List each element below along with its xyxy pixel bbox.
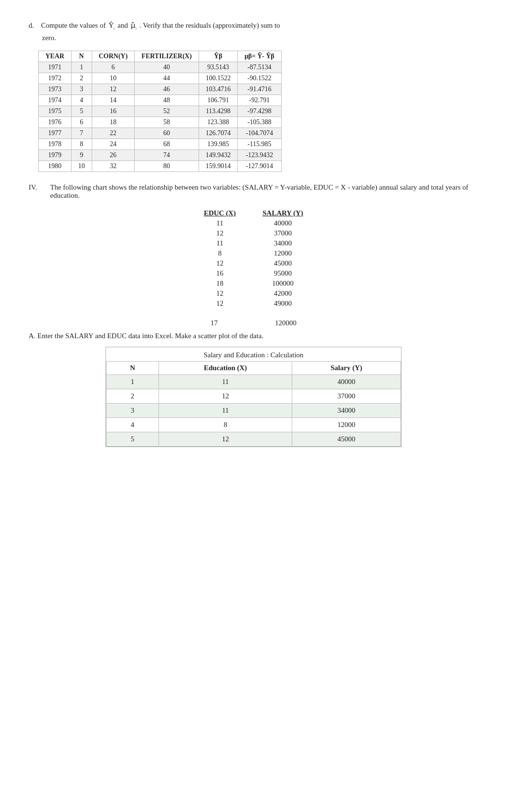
table-cell: 1975: [39, 106, 72, 117]
table-cell: 3: [106, 404, 159, 418]
table-cell: 12: [159, 389, 292, 404]
table-cell: 113.4298: [199, 106, 238, 117]
table-cell: 12: [190, 299, 249, 309]
table-cell: 1: [71, 62, 92, 73]
table-cell: 11: [159, 375, 292, 389]
and-text: and: [117, 21, 128, 30]
section-d-verify-text: . Verify that the residuals (approximate…: [139, 21, 280, 30]
table-cell: 106.791: [199, 95, 238, 106]
table-cell: -87.5134: [238, 62, 282, 73]
table-cell: 9: [71, 150, 92, 161]
table-cell: 6: [92, 62, 135, 73]
section-a-prefix: Enter the: [37, 332, 65, 340]
table-cell: 48: [135, 95, 199, 106]
section-a: A. Enter the SALARY and EDUC data into E…: [29, 332, 478, 340]
section-iv-num: IV.: [29, 183, 45, 200]
table-cell: 8: [159, 418, 292, 432]
table-cell: 123.388: [199, 117, 238, 128]
table-cell: 10: [71, 161, 92, 172]
table-cell: 5: [106, 432, 159, 447]
table-cell: 6: [71, 117, 92, 128]
table-cell: 45000: [292, 432, 401, 447]
salary-col-header: SALARY (Y): [249, 208, 317, 218]
section-d: d. Compute the values of Ŷᵢ and μ̂ᵢ . Ve…: [29, 19, 478, 42]
table-cell: 126.7074: [199, 128, 238, 139]
table-cell: 12: [190, 228, 249, 238]
table-cell: 58: [135, 117, 199, 128]
table-cell: 1980: [39, 161, 72, 172]
table-cell: 52: [135, 106, 199, 117]
table-cell: 159.9014: [199, 161, 238, 172]
table-cell: 1976: [39, 117, 72, 128]
extra-col1: 17: [211, 319, 218, 327]
table-cell: 49000: [249, 299, 317, 309]
table-cell: 74: [135, 150, 199, 161]
section-a-educ: EDUC: [107, 332, 127, 340]
table-cell: 4: [106, 418, 159, 432]
table-cell: 1972: [39, 73, 72, 84]
table-cell: 1: [106, 375, 159, 389]
table-cell: 16: [92, 106, 135, 117]
table-cell: 8: [71, 139, 92, 150]
subscript-i2: ᵢ: [136, 25, 137, 31]
subscript-i: ᵢ: [114, 25, 115, 31]
table-cell: 1978: [39, 139, 72, 150]
calc-col-salary: Salary (Y): [292, 362, 401, 375]
table-cell: 40000: [249, 218, 317, 228]
table-cell: 12: [159, 432, 292, 447]
table-cell: 11: [190, 238, 249, 248]
table-cell: 1974: [39, 95, 72, 106]
table-cell: 45000: [249, 258, 317, 268]
table-cell: -123.9432: [238, 150, 282, 161]
table-cell: -90.1522: [238, 73, 282, 84]
table-cell: 95000: [249, 268, 317, 278]
calc-table-outer: Salary and Education : Calculation N Edu…: [106, 347, 401, 447]
hat-y-char: Ŷ: [108, 21, 114, 29]
table-cell: 40: [135, 62, 199, 73]
table-cell: 42000: [249, 288, 317, 299]
table-cell: 18: [190, 278, 249, 288]
calc-col-n: N: [106, 362, 159, 375]
table-cell: -104.7074: [238, 128, 282, 139]
calc-table-title: Salary and Education : Calculation: [106, 347, 401, 361]
section-a-label: A.: [29, 332, 36, 340]
table-cell: 26: [92, 150, 135, 161]
table-cell: 12: [190, 258, 249, 268]
hat-y-symbol: Ŷᵢ: [108, 20, 115, 31]
section-d-zero: zero.: [42, 34, 478, 42]
col-corn: CORN(Y): [92, 51, 135, 62]
table-cell: 12000: [249, 248, 317, 258]
table-cell: 22: [92, 128, 135, 139]
table-cell: -127.9014: [238, 161, 282, 172]
table-cell: 40000: [292, 375, 401, 389]
table-cell: 1971: [39, 62, 72, 73]
calc-table: N Education (X) Salary (Y) 1114000021237…: [106, 361, 401, 447]
calc-col-educ: Education (X): [159, 362, 292, 375]
section-d-table-wrap: YEAR N CORN(Y) FERTILIZER(X) Ŷβ μβ= Ŷ- Ŷ…: [29, 51, 478, 172]
extra-row: 17 120000: [29, 319, 478, 327]
table-cell: 100.1522: [199, 73, 238, 84]
table-cell: 46: [135, 84, 199, 95]
table-cell: -115.985: [238, 139, 282, 150]
section-a-salary: SALARY: [65, 332, 94, 340]
section-a-text: data into Excel. Make a scatter plot of …: [128, 332, 264, 340]
table-cell: -97.4298: [238, 106, 282, 117]
table-cell: 32: [92, 161, 135, 172]
table-cell: 2: [106, 389, 159, 404]
table-cell: 100000: [249, 278, 317, 288]
table-cell: 37000: [249, 228, 317, 238]
table-cell: -92.791: [238, 95, 282, 106]
table-cell: 1973: [39, 84, 72, 95]
table-cell: 11: [159, 404, 292, 418]
table-cell: 7: [71, 128, 92, 139]
table-cell: 93.5143: [199, 62, 238, 73]
table-cell: 10: [92, 73, 135, 84]
table-cell: 8: [190, 248, 249, 258]
table-cell: 12: [190, 288, 249, 299]
table-cell: 34000: [249, 238, 317, 248]
educ-salary-table: EDUC (X) SALARY (Y) 11400001237000113400…: [190, 208, 317, 309]
table-cell: 37000: [292, 389, 401, 404]
table-cell: 12: [92, 84, 135, 95]
table-cell: 68: [135, 139, 199, 150]
table-cell: 16: [190, 268, 249, 278]
